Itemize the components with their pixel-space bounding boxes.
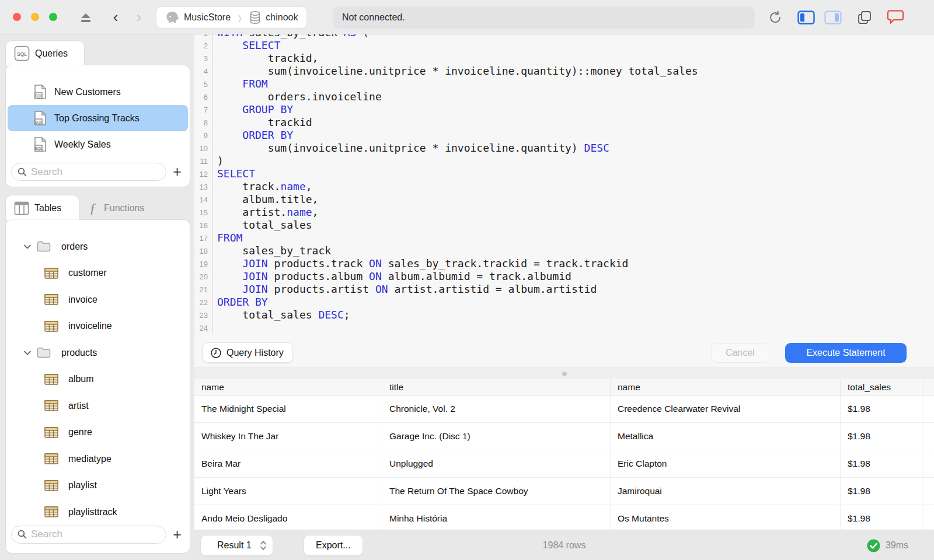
table-cell[interactable]: The Return Of The Space Cowboy <box>382 478 611 505</box>
code-text: sales_by_track <box>212 244 934 257</box>
table-item-invoice[interactable]: invoice <box>6 286 190 313</box>
tables-search-input[interactable] <box>31 528 160 540</box>
breadcrumb-server[interactable]: MusicStore <box>165 10 231 24</box>
code-line-11[interactable]: 11) <box>194 155 934 167</box>
query-item-new-customers[interactable]: SQLNew Customers <box>8 79 188 105</box>
breadcrumb[interactable]: MusicStore › chinook <box>156 6 307 29</box>
table-cell[interactable]: $1.98 <box>841 423 924 450</box>
code-line-20[interactable]: 20 JOIN products.album ON album.albumid … <box>194 270 934 283</box>
code-line-10[interactable]: 10 sum(invoiceline.unitprice * invoiceli… <box>194 142 934 155</box>
table-cell[interactable]: $1.98 <box>841 478 924 505</box>
table-cell[interactable]: Unplugged <box>382 450 611 477</box>
execute-statement-button[interactable]: Execute Statement <box>785 343 907 363</box>
code-line-4[interactable]: 4 sum(invoiceline.unitprice * invoicelin… <box>194 65 934 78</box>
table-item-mediatype[interactable]: mediatype <box>6 446 190 473</box>
table-cell[interactable]: Garage Inc. (Disc 1) <box>382 423 611 450</box>
tab-queries[interactable]: SQL Queries <box>6 41 84 66</box>
table-cell[interactable]: $1.98 <box>841 396 924 422</box>
table-item-customer[interactable]: customer <box>6 260 190 287</box>
forward-icon[interactable]: › <box>131 0 147 34</box>
add-table-button[interactable]: + <box>170 526 184 543</box>
code-line-18[interactable]: 18 sales_by_track <box>194 244 934 257</box>
tables-search-field[interactable] <box>11 526 166 544</box>
table-row[interactable]: Ando Meio DesligadoMinha HistóriaOs Muta… <box>194 505 934 530</box>
code-line-1[interactable]: 1WITH sales_by_track AS ( <box>194 34 934 39</box>
table-row[interactable]: The Midnight SpecialChronicle, Vol. 2Cre… <box>194 396 934 423</box>
column-header-name[interactable]: name <box>194 379 382 395</box>
tab-tables[interactable]: Tables <box>6 195 79 220</box>
tab-functions[interactable]: ƒ Functions <box>79 195 181 220</box>
table-item-artist[interactable]: artist <box>6 393 190 419</box>
code-line-12[interactable]: 12SELECT <box>194 167 934 180</box>
close-window-button[interactable] <box>13 13 21 21</box>
code-line-22[interactable]: 22ORDER BY <box>194 296 934 309</box>
table-cell[interactable]: Os Mutantes <box>611 505 841 530</box>
chevron-down-icon[interactable] <box>23 350 33 356</box>
table-cell[interactable]: $1.98 <box>841 505 924 530</box>
column-header-title[interactable]: title <box>382 379 611 395</box>
table-cell[interactable]: Jamiroquai <box>611 478 841 505</box>
table-item-playlisttrack[interactable]: playlisttrack <box>6 499 190 526</box>
table-row[interactable]: Beira MarUnpluggedEric Clapton$1.98 <box>194 450 934 478</box>
code-line-6[interactable]: 6 orders.invoiceline <box>194 90 934 103</box>
eject-icon[interactable] <box>78 0 93 34</box>
refresh-icon[interactable] <box>766 0 785 34</box>
code-line-24[interactable]: 24 <box>194 321 934 334</box>
code-line-16[interactable]: 16 total_sales <box>194 219 934 232</box>
table-cell[interactable]: The Midnight Special <box>194 396 382 422</box>
queries-search-input[interactable] <box>31 166 160 178</box>
code-line-17[interactable]: 17FROM <box>194 232 934 244</box>
column-header-total_sales[interactable]: total_sales <box>841 379 924 395</box>
editor-results-splitter[interactable] <box>194 368 934 379</box>
sql-editor[interactable]: 1WITH sales_by_track AS (2 SELECT3 track… <box>194 34 934 334</box>
chevron-down-icon[interactable] <box>23 244 33 250</box>
table-cell[interactable]: Metallica <box>611 423 841 450</box>
schema-orders[interactable]: orders <box>6 233 190 260</box>
table-cell[interactable]: Minha História <box>382 505 611 530</box>
code-line-23[interactable]: 23 total_sales DESC; <box>194 309 934 321</box>
feedback-bubble-icon[interactable] <box>885 0 906 34</box>
add-query-button[interactable]: + <box>170 163 184 180</box>
table-cell[interactable]: Light Years <box>194 478 382 505</box>
column-header-name[interactable]: name <box>611 379 841 395</box>
table-cell[interactable]: $1.98 <box>841 450 924 477</box>
table-cell[interactable]: Beira Mar <box>194 450 382 477</box>
code-line-3[interactable]: 3 trackid, <box>194 52 934 65</box>
schema-products[interactable]: products <box>6 340 190 366</box>
table-cell[interactable]: Creedence Clearwater Revival <box>611 396 841 422</box>
windows-icon[interactable] <box>855 0 874 34</box>
table-cell[interactable]: Chronicle, Vol. 2 <box>382 396 611 422</box>
table-row[interactable]: Light YearsThe Return Of The Space Cowbo… <box>194 478 934 505</box>
table-cell[interactable]: Eric Clapton <box>611 450 841 477</box>
query-history-button[interactable]: Query History <box>203 342 293 363</box>
table-item-invoiceline[interactable]: invoiceline <box>6 313 190 340</box>
code-line-9[interactable]: 9 ORDER BY <box>194 129 934 142</box>
table-item-album[interactable]: album <box>6 366 190 393</box>
sidebar-right-icon[interactable] <box>823 0 843 34</box>
code-line-2[interactable]: 2 SELECT <box>194 39 934 52</box>
sidebar-left-icon[interactable] <box>796 0 816 34</box>
cancel-button[interactable]: Cancel <box>711 343 769 363</box>
queries-search-field[interactable] <box>11 163 166 181</box>
code-line-5[interactable]: 5 FROM <box>194 78 934 90</box>
table-cell[interactable]: Whiskey In The Jar <box>194 423 382 450</box>
table-item-genre[interactable]: genre <box>6 419 190 446</box>
table-cell[interactable]: Ando Meio Desligado <box>194 505 382 530</box>
code-line-19[interactable]: 19 JOIN products.track ON sales_by_track… <box>194 257 934 270</box>
query-item-weekly-sales[interactable]: SQLWeekly Sales <box>8 131 188 158</box>
minimize-window-button[interactable] <box>31 13 39 21</box>
code-line-8[interactable]: 8 trackid <box>194 116 934 129</box>
code-line-7[interactable]: 7 GROUP BY <box>194 103 934 116</box>
breadcrumb-database[interactable]: chinook <box>249 10 298 24</box>
code-line-14[interactable]: 14 album.title, <box>194 193 934 206</box>
table-icon <box>44 321 58 332</box>
zoom-window-button[interactable] <box>49 13 57 21</box>
back-icon[interactable]: ‹ <box>107 0 124 34</box>
code-line-21[interactable]: 21 JOIN products.artist ON artist.artist… <box>194 283 934 296</box>
code-line-15[interactable]: 15 artist.name, <box>194 206 934 219</box>
code-line-13[interactable]: 13 track.name, <box>194 180 934 193</box>
query-item-top-grossing-tracks[interactable]: SQLTop Grossing Tracks <box>8 105 188 131</box>
splitter-grip[interactable] <box>562 372 567 376</box>
table-row[interactable]: Whiskey In The JarGarage Inc. (Disc 1)Me… <box>194 423 934 450</box>
table-item-playlist[interactable]: playlist <box>6 473 190 499</box>
